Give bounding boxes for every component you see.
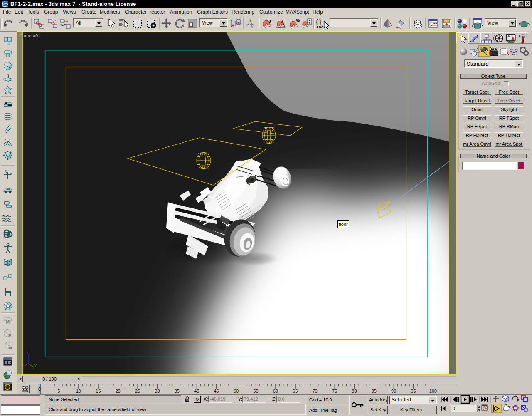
svg-text:3: 3 [268,19,271,24]
svg-text:C: C [7,52,9,56]
svg-text:45: 45 [214,389,219,394]
svg-text:35: 35 [175,389,180,394]
svg-text:55: 55 [253,389,258,394]
svg-text:65: 65 [293,389,298,394]
svg-text:M: M [9,346,12,350]
svg-text:75: 75 [332,389,337,394]
svg-text:95: 95 [411,389,416,394]
svg-text:90: 90 [391,389,396,394]
svg-text:M: M [8,334,12,338]
svg-text:5: 5 [57,389,60,394]
svg-text:15: 15 [96,389,101,394]
svg-text:70: 70 [312,389,317,394]
svg-text:60: 60 [273,389,278,394]
svg-text:85: 85 [372,389,377,394]
svg-text:100: 100 [429,389,437,394]
svg-text:10: 10 [76,389,81,394]
svg-text:z: z [27,350,29,355]
svg-text:50: 50 [234,389,239,394]
svg-text:30: 30 [155,389,160,394]
svg-text:25: 25 [135,389,140,394]
svg-text:40: 40 [194,389,199,394]
svg-text:y: y [34,363,37,367]
svg-text:%: % [296,18,300,23]
svg-text:80: 80 [352,389,357,394]
svg-text:20: 20 [115,389,120,394]
svg-text:M: M [6,319,10,324]
svg-text:{ }: { } [316,18,322,25]
svg-text:ABC: ABC [316,25,324,29]
